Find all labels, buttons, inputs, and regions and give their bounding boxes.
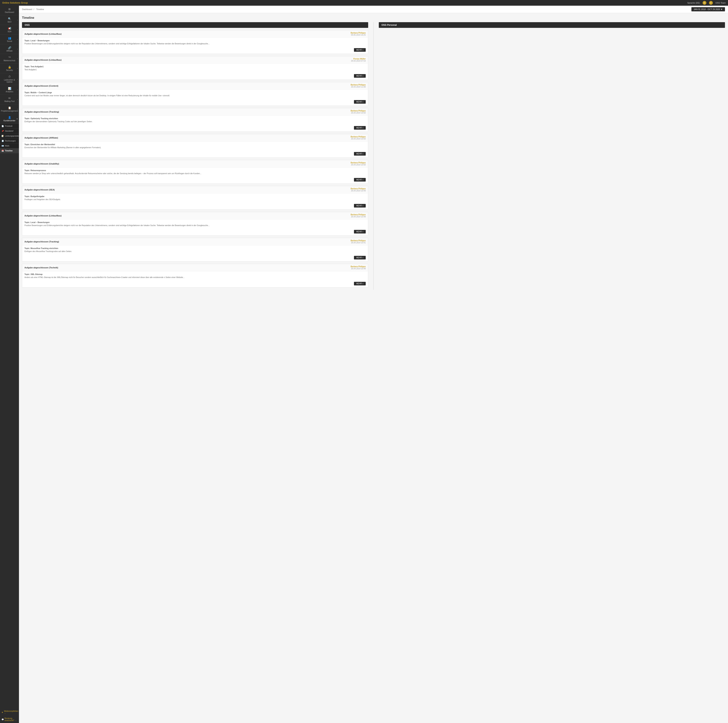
card-meta: Barbara Philipps 26.04.2019 11:00 [351, 84, 366, 88]
card-text: Positive Bewertungen und Erfahrungsberic… [24, 224, 366, 227]
steckbrief-icon: 📌 [2, 130, 4, 132]
osg-personal-column-header: OSG Personal [379, 22, 725, 28]
mehr-button[interactable]: MEHR » [354, 152, 366, 156]
sidebar-item-affiliate[interactable]: 🔗 Affiliate › [0, 44, 19, 54]
sidebar-item-mails[interactable]: 📧 Mails [0, 144, 19, 148]
beratung-icon: 💬 [2, 718, 4, 720]
timeline-card: Aufgabe abgeschlossen (Usability) Barbar… [22, 160, 368, 183]
card-header: Aufgabe abgeschlossen (Tracking) Barbara… [22, 238, 368, 245]
mehr-button[interactable]: MEHR » [354, 126, 366, 130]
card-topic: Topic: Budgetfreigabe [24, 196, 366, 197]
breadcrumb-separator: / [34, 8, 34, 11]
timeline-card: Aufgabe abgeschlossen (Linkaufbau) Barba… [22, 30, 368, 54]
avatar-florian[interactable]: F [709, 1, 713, 5]
leistungsprotokoll-icon: 📝 [2, 135, 4, 137]
card-date: 26.04.2019 10:49 [351, 190, 366, 192]
main-content: Dashboard / Timeline JAN 01 2018 - OCT 2… [19, 6, 728, 723]
sidebar-item-kundencenter[interactable]: 👤 Kundencenter ∨ [0, 114, 19, 124]
sidebar-item-sea[interactable]: 📢 SEA › [0, 25, 19, 35]
chevron-right-icon: › [17, 29, 18, 31]
ladezeiten-icon: ⏱ [8, 75, 11, 78]
card-body: Topic: Mobile – Content Länge Content wi… [22, 90, 368, 99]
sidebar-item-ladezeiten[interactable]: ⏱ Ladezeiten & Uptime › [0, 73, 19, 85]
osg-column: OSG Aufgabe abgeschlossen (Linkaufbau) B… [22, 22, 368, 290]
sidebar-item-security[interactable]: 🔒 Security › [0, 64, 19, 73]
language-selector[interactable]: Sprache (DE) [687, 2, 700, 4]
card-body: Topic: Local – Bewertungen Positive Bewe… [22, 219, 368, 229]
app-layout: ⊞ Dashboard 🔍 SEO › 📢 SEA › 👥 Social › 🔗… [0, 6, 728, 723]
card-text: Retouren werden je Shop sehr unterschied… [24, 172, 366, 175]
avatar-barbara[interactable]: B [703, 1, 707, 5]
timeline-card: Aufgabe abgeschlossen (Tracking) Barbara… [22, 238, 368, 261]
date-range-button[interactable]: JAN 01 2018 - OCT 29 2020 ▼ [691, 7, 725, 11]
timeline-card: Aufgabe abgeschlossen (Tracking) Barbara… [22, 108, 368, 132]
mehr-button[interactable]: MEHR » [354, 230, 366, 234]
card-title: Aufgabe abgeschlossen (Technik) [24, 266, 58, 269]
card-header: Aufgabe abgeschlossen (Linkaufbau) Flori… [22, 56, 368, 64]
mehr-button[interactable]: MEHR » [354, 74, 366, 78]
card-date: 26.04.2019 10:50 [351, 112, 366, 114]
sidebar-item-mailing[interactable]: ✉ Mailing-Tool › [0, 95, 19, 104]
chevron-down-icon: ∨ [17, 118, 18, 120]
card-meta: Barbara Philipps 26.04.2019 10:48 [351, 266, 366, 270]
sidebar-item-timeline[interactable]: 📅 Timeline [0, 148, 19, 153]
card-topic: Topic: Local – Bewertungen [24, 222, 366, 223]
osg-column-header: OSG [22, 22, 368, 28]
sidebar-item-protokoll[interactable]: 📄 Protokoll [0, 124, 19, 129]
sidebar-item-seo[interactable]: 🔍 SEO › [0, 15, 19, 25]
card-text: Einreichen der Werbemittel für Affiliate… [24, 146, 366, 149]
card-title: Aufgabe abgeschlossen (Content) [24, 85, 58, 87]
card-footer: MEHR » [22, 229, 368, 235]
sidebar-item-leistungsprotokoll[interactable]: 📝 Leistungsprotokoll [0, 134, 19, 139]
chevron-right-icon: › [17, 38, 18, 40]
social-icon: 👥 [8, 37, 11, 40]
seo-icon: 🔍 [8, 17, 11, 20]
chevron-right-icon: › [17, 99, 18, 101]
sidebar-item-steckbrief[interactable]: 📌 Steckbrief [0, 129, 19, 134]
card-meta: Barbara Philipps 26.04.2019 10:41 [351, 240, 366, 244]
card-topic: Topic: Local – Bewertungen [24, 40, 366, 42]
mehr-button[interactable]: MEHR » [354, 100, 366, 104]
card-author: Barbara Philipps [351, 162, 366, 164]
beratung-link[interactable]: 💬 Beratung erwünscht? → [0, 716, 19, 723]
sidebar-item-markenschutz[interactable]: ™ Markenschutz › [0, 54, 19, 64]
card-header: Aufgabe abgeschlossen (Linkaufbau) Barba… [22, 212, 368, 219]
topbar-left: Online Solutions Group [2, 2, 28, 4]
card-topic: Topic: XML-Sitemap [24, 273, 366, 275]
card-meta: Barbara Philipps 26.04.2019 10:50 [351, 162, 366, 166]
sidebar-item-dashboard[interactable]: ⊞ Dashboard [0, 6, 19, 15]
card-text: Content wird auch bei Mobile zwar immer … [24, 95, 366, 97]
card-date: 26.04.2019 10:48 [351, 267, 366, 270]
breadcrumb-dashboard[interactable]: Dashboard [22, 8, 32, 11]
chevron-right-icon: › [17, 89, 18, 91]
kundencenter-submenu: 📄 Protokoll 📌 Steckbrief 📝 Leistungsprot… [0, 124, 19, 153]
sidebar-item-social[interactable]: 👥 Social › [0, 35, 19, 44]
card-meta: Barbara Philipps 26.04.2019 10:50 [351, 136, 366, 140]
card-text: Einfügen des Mouseflow Trackingcodes auf… [24, 250, 366, 253]
card-topic: Topic: Mobile – Content Länge [24, 92, 366, 93]
card-body: Topic: Retourenprozess Retouren werden j… [22, 168, 368, 177]
mehr-button[interactable]: MEHR » [354, 282, 366, 286]
recommend-link[interactable]: ★ Weiterempfehlen → [0, 709, 19, 716]
timeline-card: Aufgabe abgeschlossen (Linkaufbau) Flori… [22, 56, 368, 80]
card-header: Aufgabe abgeschlossen (Tracking) Barbara… [22, 108, 368, 116]
mehr-button[interactable]: MEHR » [354, 256, 366, 260]
card-meta: Barbara Philipps 26.04.2019 10:50 [351, 110, 366, 114]
card-author: Florian Müller [351, 58, 366, 60]
user-label: OSG Team [716, 2, 726, 4]
sidebar-item-projektmanagement[interactable]: 📋 Projektmanagement › [0, 104, 19, 114]
sidebar-item-rechnungen[interactable]: 🧾 Rechnungen [0, 139, 19, 144]
breadcrumb: Dashboard / Timeline [22, 8, 45, 11]
card-topic: Topic: Optimizely Tracking einrichten [24, 118, 366, 119]
mehr-button[interactable]: MEHR » [354, 178, 366, 182]
card-topic: Topic: Mouseflow Tracking einrichten [24, 247, 366, 249]
card-author: Barbara Philipps [351, 84, 366, 86]
sidebar-item-analytics[interactable]: 📊 Analytics › [0, 85, 19, 95]
breadcrumb-timeline: Timeline [36, 8, 44, 11]
mehr-button[interactable]: MEHR » [354, 204, 366, 208]
card-footer: MEHR » [22, 281, 368, 287]
mehr-button[interactable]: MEHR » [354, 48, 366, 52]
analytics-icon: 📊 [8, 87, 11, 90]
card-body: Topic: Einreichen der Werbemittel Einrei… [22, 142, 368, 151]
card-footer: MEHR » [22, 47, 368, 53]
